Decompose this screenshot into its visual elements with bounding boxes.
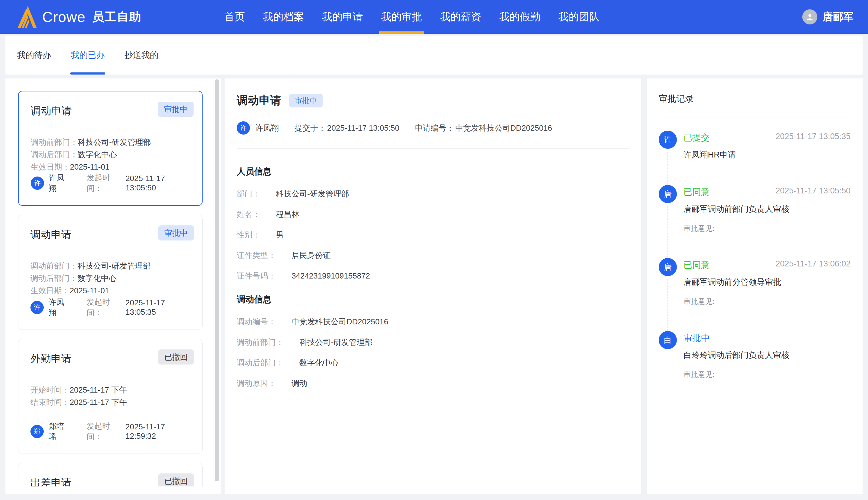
timeline-opinion-label: 审批意见: bbox=[683, 297, 851, 306]
detail-value: 数字化中心 bbox=[300, 358, 339, 367]
submitter-avatar: 许 bbox=[237, 121, 250, 135]
card-list-scrollbar[interactable] bbox=[215, 79, 219, 481]
approver-avatar: 白 bbox=[659, 331, 677, 349]
approval-card-transfer-2[interactable]: 调动申请 审批中 调动前部门：科技公司-研发管理部 调动后部门：数字化中心 生效… bbox=[18, 215, 203, 330]
application-no: 中竞发科技公司DD2025016 bbox=[456, 123, 552, 133]
user-avatar bbox=[802, 9, 817, 24]
detail-row: 证件号码：342423199109155872 bbox=[237, 271, 629, 280]
detail-value: 中竞发科技公司DD2025016 bbox=[292, 317, 388, 326]
detail-row: 性别：男 bbox=[237, 230, 629, 239]
detail-value: 男 bbox=[276, 230, 284, 239]
approval-record-divider bbox=[659, 117, 851, 117]
detail-row: 调动原因：调动 bbox=[237, 379, 629, 388]
detail-label: 调动前部门： bbox=[237, 338, 284, 347]
user-name: 唐郦军 bbox=[823, 10, 854, 24]
timeline-status: 已提交 bbox=[683, 133, 710, 143]
initiated-time: 2025-11-17 13:05:35 bbox=[126, 298, 194, 317]
top-nav-bar: Crowe 员工自助 首页 我的档案 我的申请 我的审批 我的薪资 我的假勤 我… bbox=[0, 0, 868, 34]
brand[interactable]: Crowe 员工自助 bbox=[17, 6, 142, 28]
tab-my-done[interactable]: 我的已办 bbox=[70, 36, 105, 75]
detail-label: 调动原因： bbox=[237, 379, 276, 388]
detail-header: 调动申请 审批中 bbox=[237, 93, 629, 108]
initiator-avatar: 郑 bbox=[31, 425, 44, 438]
card-fields: 开始时间：2025-11-17 下午 结束时间：2025-11-17 下午 bbox=[31, 384, 194, 409]
detail-value: 科技公司-研发管理部 bbox=[300, 338, 373, 347]
field-value: 数字化中心 bbox=[78, 150, 117, 159]
detail-label: 证件类型： bbox=[237, 251, 276, 260]
approval-record-title: 审批记录 bbox=[659, 93, 851, 105]
detail-row: 调动后部门：数字化中心 bbox=[237, 358, 629, 367]
detail-divider bbox=[237, 148, 629, 149]
detail-row: 姓名：程昌林 bbox=[237, 210, 629, 219]
detail-title: 调动申请 bbox=[237, 93, 281, 108]
nav-menu: 首页 我的档案 我的申请 我的审批 我的薪资 我的假勤 我的团队 bbox=[223, 0, 601, 34]
nav-item-my-team[interactable]: 我的团队 bbox=[556, 0, 601, 34]
tab-my-todo[interactable]: 我的待办 bbox=[16, 36, 51, 75]
nav-item-my-attendance[interactable]: 我的假勤 bbox=[497, 0, 542, 34]
submitted-at-time: 2025-11-17 13:05:50 bbox=[327, 123, 399, 133]
user-menu[interactable]: 唐郦军 bbox=[802, 0, 854, 34]
approval-detail-panel: 调动申请 审批中 许 许凤翔 提交于： 2025-11-17 13:05:50 … bbox=[225, 78, 641, 494]
detail-row: 调动编号：中竞发科技公司DD2025016 bbox=[237, 317, 629, 326]
card-footer: 许 许凤翔 发起时间： 2025-11-17 13:05:35 bbox=[31, 297, 194, 318]
detail-row: 证件类型：居民身份证 bbox=[237, 251, 629, 260]
initiator-name: 许凤翔 bbox=[49, 173, 71, 194]
field-label: 开始时间： bbox=[31, 385, 70, 394]
timeline-time: 2025-11-17 13:06:02 bbox=[775, 259, 851, 269]
approval-card-transfer-1[interactable]: 调动申请 审批中 调动前部门：科技公司-研发管理部 调动后部门：数字化中心 生效… bbox=[18, 91, 203, 206]
initiated-time-label: 发起时间： bbox=[86, 421, 124, 442]
card-list: 调动申请 审批中 调动前部门：科技公司-研发管理部 调动后部门：数字化中心 生效… bbox=[5, 78, 221, 486]
initiated-time-label: 发起时间： bbox=[86, 297, 124, 318]
timeline-time: 2025-11-17 13:05:50 bbox=[775, 186, 851, 195]
field-label: 调动前部门： bbox=[31, 261, 78, 270]
approval-tabbar: 我的待办 我的已办 抄送我的 bbox=[5, 36, 863, 75]
timeline-desc: 许凤翔HR申请 bbox=[683, 149, 851, 160]
field-value: 2025-11-01 bbox=[70, 162, 109, 171]
approver-avatar: 许 bbox=[659, 130, 677, 149]
card-footer: 郑 郑培瑶 发起时间： 2025-11-17 12:59:32 bbox=[31, 421, 194, 442]
detail-row: 调动前部门：科技公司-研发管理部 bbox=[237, 338, 629, 347]
timeline-desc: 白玲玲调动后部门负责人审核 bbox=[683, 350, 851, 361]
detail-label: 部门： bbox=[237, 189, 260, 198]
tab-cc-to-me[interactable]: 抄送我的 bbox=[124, 36, 159, 75]
field-label: 调动后部门： bbox=[31, 274, 78, 283]
person-icon bbox=[805, 12, 814, 21]
detail-label: 性别： bbox=[237, 230, 260, 239]
timeline-item-approved-1: 唐 已同意 2025-11-17 13:05:50 唐郦军调动前部门负责人审核 … bbox=[659, 186, 851, 259]
nav-item-home[interactable]: 首页 bbox=[223, 0, 247, 34]
timeline-desc: 唐郦军调动前部门负责人审核 bbox=[683, 204, 851, 215]
timeline-opinion-label: 审批意见: bbox=[683, 224, 851, 233]
detail-label: 证件号码： bbox=[237, 271, 276, 280]
timeline-time: 2025-11-17 13:05:35 bbox=[775, 132, 851, 141]
field-value: 数字化中心 bbox=[78, 274, 117, 283]
status-badge: 审批中 bbox=[158, 225, 194, 240]
detail-row: 部门：科技公司-研发管理部 bbox=[237, 189, 629, 198]
field-value: 科技公司-研发管理部 bbox=[78, 138, 151, 147]
initiator-avatar: 许 bbox=[31, 177, 44, 190]
timeline-item-pending: 白 审批中 白玲玲调动后部门负责人审核 审批意见: bbox=[659, 332, 851, 405]
approval-record-panel: 审批记录 许 已提交 2025-11-17 13:05:35 许凤翔HR申请 唐… bbox=[647, 78, 863, 494]
approval-card-field-work[interactable]: 外勤申请 已撤回 开始时间：2025-11-17 下午 结束时间：2025-11… bbox=[18, 339, 203, 454]
initiator-name: 郑培瑶 bbox=[48, 421, 71, 442]
field-label: 生效日期： bbox=[31, 286, 70, 295]
approval-timeline: 许 已提交 2025-11-17 13:05:35 许凤翔HR申请 唐 已同意 … bbox=[659, 132, 851, 405]
nav-item-my-salary[interactable]: 我的薪资 bbox=[438, 0, 483, 34]
timeline-opinion-label: 审批意见: bbox=[683, 370, 851, 379]
nav-item-my-approvals[interactable]: 我的审批 bbox=[379, 0, 424, 34]
field-value: 科技公司-研发管理部 bbox=[78, 261, 151, 270]
detail-label: 调动编号： bbox=[237, 317, 276, 326]
approval-card-business-trip[interactable]: 出差申请 已撤回 bbox=[18, 463, 203, 486]
application-no-label: 申请编号： bbox=[415, 123, 454, 133]
nav-item-my-files[interactable]: 我的档案 bbox=[261, 0, 306, 34]
submitted-at-label: 提交于： bbox=[295, 123, 326, 133]
nav-item-my-applications[interactable]: 我的申请 bbox=[320, 0, 365, 34]
field-label: 生效日期： bbox=[31, 162, 70, 171]
initiated-time: 2025-11-17 12:59:32 bbox=[126, 422, 194, 441]
timeline-status: 已同意 bbox=[683, 260, 710, 270]
card-fields: 调动前部门：科技公司-研发管理部 调动后部门：数字化中心 生效日期：2025-1… bbox=[31, 136, 193, 173]
section-heading-personnel: 人员信息 bbox=[237, 166, 629, 178]
brand-word: Crowe bbox=[42, 9, 86, 25]
detail-status-badge: 审批中 bbox=[289, 94, 322, 107]
approver-avatar: 唐 bbox=[659, 258, 677, 276]
detail-value: 科技公司-研发管理部 bbox=[276, 189, 349, 198]
